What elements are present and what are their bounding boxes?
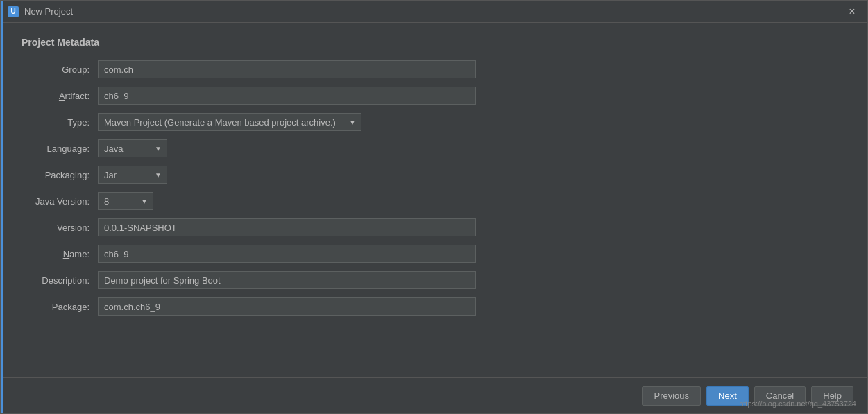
version-row: Version: [22,218,846,236]
description-label: Description: [22,275,98,286]
description-row: Description: [22,271,846,289]
artifact-row: Artifact: [22,87,846,105]
group-row: Group: [22,60,846,78]
name-row: Name: [22,245,846,263]
section-title: Project Metadata [22,37,846,48]
java-version-label: Java Version: [22,196,98,207]
dialog-footer: Previous Next Cancel Help [1,377,867,413]
group-label: Group: [22,64,98,75]
version-input[interactable] [98,218,476,236]
package-input[interactable] [98,297,476,316]
java-version-select-wrapper: 8 11 17 21 ▼ [98,192,153,210]
language-label: Language: [22,144,98,154]
package-row: Package: [22,297,846,316]
left-accent [1,1,3,413]
name-label: Name: [22,249,98,259]
java-version-row: Java Version: 8 11 17 21 ▼ [22,192,846,210]
version-label: Version: [22,223,98,233]
watermark: https://blog.csdn.net/qq_43753724 [739,399,856,408]
artifact-input[interactable] [98,87,476,105]
name-input[interactable] [98,245,476,263]
type-select-wrapper: Maven Project (Generate a Maven based pr… [98,113,361,131]
type-label: Type: [22,117,98,128]
packaging-row: Packaging: Jar War ▼ [22,166,846,184]
title-bar-left: U New Project [8,6,73,17]
language-select-wrapper: Java Kotlin Groovy ▼ [98,139,167,157]
language-row: Language: Java Kotlin Groovy ▼ [22,139,846,157]
type-row: Type: Maven Project (Generate a Maven ba… [22,113,846,131]
app-icon: U [8,6,19,17]
dialog-content: Project Metadata Group: Artifact: Type: … [1,23,867,377]
close-button[interactable]: × [844,3,860,20]
type-select[interactable]: Maven Project (Generate a Maven based pr… [98,113,361,131]
packaging-select-wrapper: Jar War ▼ [98,166,167,184]
description-input[interactable] [98,271,476,289]
packaging-select[interactable]: Jar War [98,166,167,184]
previous-button[interactable]: Previous [642,386,701,406]
language-select[interactable]: Java Kotlin Groovy [98,139,167,157]
package-label: Package: [22,302,98,312]
window-title: New Project [24,6,73,17]
artifact-label: Artifact: [22,91,98,101]
title-bar: U New Project × [1,1,867,23]
dialog-window: U New Project × Project Metadata Group: … [0,0,868,414]
java-version-select[interactable]: 8 11 17 21 [98,192,153,210]
group-input[interactable] [98,60,476,78]
packaging-label: Packaging: [22,170,98,180]
